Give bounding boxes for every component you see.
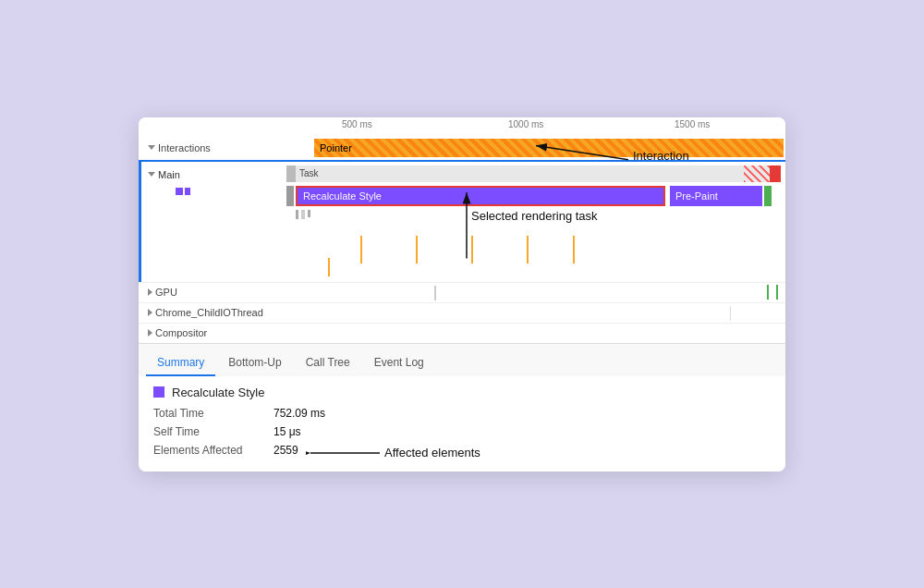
purple-indicator [176, 188, 183, 195]
sub-blocks [296, 210, 310, 219]
main-label-col: Main [139, 162, 286, 282]
gray-line-gpu [434, 286, 436, 300]
line-child-io [730, 306, 731, 321]
total-time-value: 752.09 ms [274, 407, 325, 420]
main-label: Main [148, 165, 286, 184]
task-red-corner [770, 165, 781, 182]
event-title: Recalculate Style [172, 386, 264, 399]
affected-arrow-svg: Affected elements [306, 444, 491, 462]
elements-label: Elements Affected [153, 444, 274, 457]
collapse-interactions-icon[interactable] [148, 145, 155, 150]
yellow-tick-1 [360, 236, 362, 263]
selected-task-annotation: Selected rendering task [471, 209, 598, 223]
task-bar: Task [296, 165, 781, 182]
total-time-row: Total Time 752.09 ms [153, 407, 771, 420]
expand-child-io-icon[interactable] [148, 309, 152, 316]
time-label-1500: 1500 ms [675, 119, 710, 129]
compositor-label: Compositor [139, 327, 286, 338]
gpu-content [286, 283, 785, 302]
interactions-label: Interactions [139, 142, 286, 153]
prepaint-label: Pre-Paint [670, 190, 718, 202]
event-color-swatch [153, 386, 164, 398]
yellow-tick-3 [471, 236, 473, 263]
time-labels: 500 ms 1000 ms 1500 ms [286, 117, 785, 136]
interaction-annotation: Interaction [633, 149, 689, 163]
expand-gpu-icon[interactable] [148, 288, 152, 296]
child-io-label: Chrome_ChildIOThread [139, 307, 286, 318]
pointer-label: Pointer [314, 142, 352, 153]
purple-indicator2 [185, 188, 190, 195]
gpu-row: GPU [139, 282, 785, 302]
hatch-pattern [314, 139, 784, 157]
total-time-label: Total Time [153, 407, 274, 420]
gray-block-main [286, 186, 294, 206]
expand-compositor-icon[interactable] [148, 329, 152, 337]
tab-bottom-up[interactable]: Bottom-Up [217, 350, 292, 376]
timeline-header: 500 ms 1000 ms 1500 ms [139, 117, 785, 136]
yellow-tick-4 [527, 236, 529, 263]
elements-affected-container: Elements Affected 2559 Affected elements [153, 444, 771, 462]
yellow-tick-2 [416, 236, 418, 263]
recalculate-style-label: Recalculate Style [298, 190, 382, 202]
self-time-value: 15 μs [274, 425, 301, 438]
recalculate-style-bar[interactable]: Recalculate Style [296, 186, 665, 206]
green-tick-gpu-2 [776, 285, 778, 300]
yellow-tick-5 [573, 236, 575, 263]
pointer-bar: Pointer [314, 139, 784, 157]
elements-affected-row: Elements Affected 2559 [153, 444, 298, 457]
green-tick-gpu-1 [767, 285, 769, 300]
summary-panel: Recalculate Style Total Time 752.09 ms S… [139, 376, 785, 472]
green-block [764, 186, 772, 206]
self-time-row: Self Time 15 μs [153, 425, 771, 438]
gpu-label: GPU [139, 287, 286, 298]
blue-left-border [139, 162, 141, 282]
tab-summary[interactable]: Summary [146, 350, 215, 376]
time-label-500: 500 ms [342, 119, 372, 129]
collapse-main-icon[interactable] [148, 172, 155, 177]
compositor-row: Compositor [139, 323, 785, 343]
tab-event-log[interactable]: Event Log [363, 350, 435, 376]
event-title-row: Recalculate Style [153, 386, 771, 399]
task-label: Task [296, 168, 319, 178]
tab-call-tree[interactable]: Call Tree [295, 350, 361, 376]
child-io-content [286, 303, 785, 323]
time-label-1000: 1000 ms [508, 119, 543, 129]
self-time-label: Self Time [153, 425, 274, 438]
svg-text:Affected elements: Affected elements [384, 446, 480, 459]
yellow-bottom [328, 258, 330, 276]
elements-value: 2559 [274, 444, 298, 457]
compositor-content [286, 324, 785, 343]
prepaint-bar[interactable]: Pre-Paint [670, 186, 762, 206]
tabs-bar: Summary Bottom-Up Call Tree Event Log [139, 343, 785, 376]
child-io-row: Chrome_ChildIOThread [139, 302, 785, 323]
gray-block-1 [286, 165, 296, 182]
